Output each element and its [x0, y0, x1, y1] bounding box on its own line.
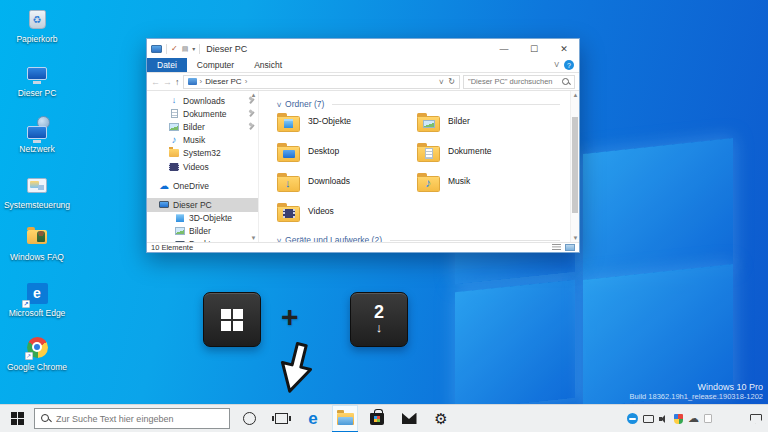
folder-bilder[interactable]: Bilder [417, 113, 557, 143]
edge-taskbar-button[interactable]: e [300, 405, 326, 432]
explorer-search-input[interactable] [468, 77, 559, 86]
pictures-folder-icon [417, 113, 440, 132]
tab-datei[interactable]: Datei [147, 58, 187, 72]
folder-dokumente[interactable]: Dokumente [417, 143, 557, 173]
back-icon[interactable]: ← [151, 77, 160, 87]
details-view-icon[interactable] [552, 244, 561, 251]
watermark-edition: Windows 10 Pro [630, 382, 763, 392]
tab-ansicht[interactable]: Ansicht [244, 58, 292, 72]
help-icon[interactable]: ? [564, 60, 574, 70]
folder-3d-objekte[interactable]: 3D-Objekte [277, 113, 417, 143]
folder-desktop[interactable]: Desktop [277, 143, 417, 173]
desktop-icon-control-panel[interactable]: Systemsteuerung [2, 172, 72, 210]
action-center-icon[interactable] [750, 414, 762, 424]
task-view-button[interactable] [268, 405, 294, 432]
nav-item-bilder-2[interactable]: Bilder [147, 225, 258, 238]
security-shield-icon[interactable] [674, 414, 683, 424]
title-bar[interactable]: ✓ ▤ ▾ Dieser PC — ☐ ✕ [147, 39, 579, 58]
nav-item-onedrive[interactable]: ☁ OneDrive [147, 179, 258, 192]
nav-item-videos[interactable]: Videos [147, 160, 258, 173]
new-folder-icon[interactable]: ▤ [182, 45, 189, 52]
desktop-icon-windows-faq[interactable]: Windows FAQ [2, 224, 72, 262]
quick-access-toolbar: ✓ ▤ ▾ [151, 44, 200, 54]
scroll-down-icon[interactable]: ▼ [571, 235, 580, 241]
group-header-ordner[interactable]: ᐯ Ordner (7) [277, 99, 568, 109]
thumbnail-view-icon[interactable] [565, 244, 575, 251]
number-2-key: 2 ↓ [350, 292, 408, 347]
scroll-up-icon[interactable]: ▲ [251, 92, 257, 98]
scrollbar-thumb[interactable] [572, 117, 578, 213]
recycle-bin-icon: ♻ [29, 10, 46, 29]
scroll-up-icon[interactable]: ▲ [571, 92, 580, 98]
properties-icon[interactable]: ✓ [171, 45, 178, 53]
nav-scrollbar[interactable]: ▲ ▼ [249, 91, 258, 242]
address-dropdown-icon[interactable]: ᐯ [439, 78, 443, 85]
close-button[interactable]: ✕ [549, 39, 579, 58]
videos-icon [169, 163, 179, 171]
pictures-icon [175, 227, 185, 235]
desktop-icon-network[interactable]: Netzwerk [2, 116, 72, 154]
nav-item-dieser-pc[interactable]: Dieser PC [147, 198, 258, 211]
taskbar-search-input[interactable] [56, 414, 223, 424]
address-bar[interactable]: › Dieser PC › ᐯ ↻ [183, 75, 461, 89]
nav-item-dokumente[interactable]: Dokumente [147, 107, 258, 120]
window-title: Dieser PC [206, 44, 489, 54]
ribbon-collapse-icon[interactable]: ᐯ [554, 61, 559, 69]
settings-taskbar-button[interactable]: ⚙ [428, 405, 454, 432]
navigation-pane: ↓ Downloads Dokumente Bilder ♪ Musik [147, 91, 259, 242]
forward-icon[interactable]: → [163, 77, 172, 87]
content-scrollbar[interactable]: ▲ ▼ [570, 91, 579, 242]
desktop-icon-label: Windows FAQ [10, 253, 64, 262]
minimize-button[interactable]: — [489, 39, 519, 58]
up-icon[interactable]: ↑ [175, 77, 180, 87]
desktop-icon-microsoft-edge[interactable]: e↗ Microsoft Edge [2, 280, 72, 318]
onedrive-tray-icon[interactable]: ☁ [688, 413, 699, 424]
nav-item-system32[interactable]: System32 [147, 147, 258, 160]
item-count: 10 Elemente [151, 243, 193, 252]
file-explorer-taskbar-button[interactable] [332, 405, 358, 432]
chevron-down-icon: ᐯ [277, 101, 281, 108]
computer-icon [159, 201, 169, 208]
folder-musik[interactable]: ♪ Musik [417, 173, 557, 203]
down-arrow-icon: ↓ [376, 321, 383, 335]
search-icon[interactable] [562, 78, 570, 86]
app-tray-icon[interactable] [704, 414, 712, 423]
desktop-icon-label: Netzwerk [19, 145, 54, 154]
nav-item-musik[interactable]: ♪ Musik [147, 134, 258, 147]
nav-item-3d-objekte[interactable]: 3D-Objekte [147, 212, 258, 225]
desktop-icon-label: Systemsteuerung [4, 201, 70, 210]
document-icon [171, 109, 178, 118]
breadcrumb[interactable]: Dieser PC [205, 77, 241, 86]
mail-taskbar-button[interactable] [396, 405, 422, 432]
desktop-icon-recycle-bin[interactable]: ♻ Papierkorb [2, 6, 72, 44]
group-header-geraete[interactable]: ᐯ Geräte und Laufwerke (2) [277, 235, 568, 242]
monitor-tray-icon[interactable] [643, 415, 654, 423]
taskbar-search-box[interactable] [34, 408, 230, 429]
music-icon: ♪ [172, 135, 177, 145]
folder-videos[interactable]: Videos [277, 203, 417, 233]
maximize-button[interactable]: ☐ [519, 39, 549, 58]
chevron-down-icon[interactable]: ▾ [192, 45, 195, 52]
folder-downloads[interactable]: ↓ Downloads [277, 173, 417, 203]
desktop-icon-label: Papierkorb [16, 35, 57, 44]
explorer-search-box[interactable] [463, 75, 575, 89]
volume-icon[interactable] [659, 414, 669, 424]
scroll-down-icon[interactable]: ▼ [251, 235, 257, 241]
plus-sign: + [281, 300, 299, 334]
task-view-icon [275, 413, 288, 424]
nav-item-downloads[interactable]: ↓ Downloads [147, 94, 258, 107]
nav-item-bilder[interactable]: Bilder [147, 120, 258, 133]
desktop-icon-this-pc[interactable]: Dieser PC [2, 60, 72, 98]
nav-item-desktop[interactable]: Desktop [147, 238, 258, 242]
refresh-icon[interactable]: ↻ [448, 77, 455, 86]
chevron-down-icon: ᐯ [277, 237, 281, 243]
teamviewer-tray-icon[interactable] [627, 413, 638, 424]
desktop-icon-google-chrome[interactable]: ↗ Google Chrome [2, 334, 72, 372]
download-icon: ↓ [172, 96, 177, 105]
tab-computer[interactable]: Computer [187, 58, 244, 72]
start-button[interactable] [0, 405, 34, 432]
store-taskbar-button[interactable] [364, 405, 390, 432]
cortana-button[interactable] [236, 405, 262, 432]
system-menu-icon[interactable] [151, 45, 162, 53]
divider [199, 44, 200, 54]
